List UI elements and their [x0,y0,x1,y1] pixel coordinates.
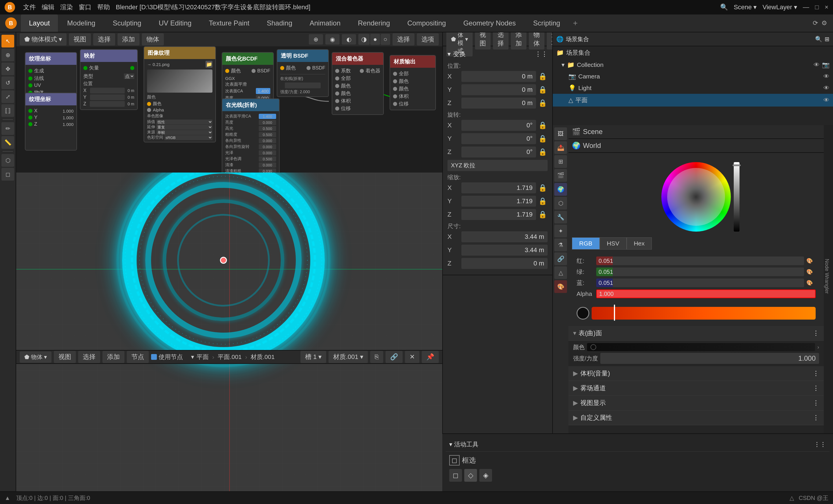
refract-value[interactable] [285,82,321,88]
slot-selector[interactable]: 槽 1 ▾ [301,351,326,363]
red-picker-icon[interactable]: 🎨 [806,258,816,264]
red-bar[interactable]: 0.051 [596,257,804,265]
activity-icon-3[interactable]: ◈ [479,469,492,482]
rot-y-value[interactable]: 0° [461,133,536,144]
dim-y-value[interactable]: 3.44 m [461,245,548,256]
map-y[interactable] [90,94,125,100]
scale-tool-btn[interactable]: ⤢ [1,90,14,103]
tab-modeling[interactable]: Modeling [59,15,103,32]
green-picker-icon[interactable]: 🎨 [806,269,816,275]
filter-icon[interactable]: 🔍 [815,35,822,43]
node-params-long[interactable]: 在光线(折射) 次表面平滑CA1.400 亮度0.000 高光0.500 粗糙度… [222,98,280,172]
brightness-handle[interactable] [733,164,741,166]
gradient-pointer[interactable] [614,305,615,321]
scene-props-icon[interactable]: 🎬 [554,169,567,182]
socket-mix-s3[interactable] [335,92,339,96]
socket-out-vol[interactable] [393,79,397,83]
rendered-shading[interactable]: ○ [381,34,390,45]
map-x[interactable] [90,88,125,94]
ne-view-menu[interactable]: 视图 [54,351,76,363]
tab-animation[interactable]: Animation [302,15,349,32]
mode-selector[interactable]: ⬟ 物体模式 ▾ [20,33,67,45]
intensity-value[interactable]: 1.000 [600,353,819,364]
surface-section[interactable]: ▾ 表(曲)面 ⋮ [568,326,824,341]
ne-add-menu[interactable]: 添加 [102,351,124,363]
material-selector[interactable]: 材质.001 ▾ [329,351,368,363]
menu-file[interactable]: 文件 [23,3,36,11]
interpolation-select[interactable]: 线性 [156,120,212,124]
add-cube-btn[interactable]: ⬡ [1,154,14,167]
tab-rendering[interactable]: Rendering [350,15,398,32]
pos-z-value[interactable]: 0 m [461,98,536,109]
color-swatch[interactable] [576,307,589,319]
tab-texture-paint[interactable]: Texture Paint [201,15,258,32]
use-nodes-toggle[interactable]: 使用节点 [151,353,183,361]
scale-x-value[interactable]: 1.719 [461,183,536,193]
rot-mode-selector[interactable]: XYZ 欧拉 [448,160,548,171]
scale-y-value[interactable]: 1.719 [461,196,536,207]
transform-tool-btn[interactable]: ⟦⟧ [1,104,14,117]
pos-y-lock[interactable]: 🔒 [538,86,548,94]
cp-options[interactable]: ⋮ [813,414,819,422]
img-browse-btn[interactable]: 📁 [206,61,212,68]
hex-tab[interactable]: Hex [627,237,652,249]
rot-x-value[interactable]: 0° [461,120,536,131]
blue-picker-icon[interactable]: 🎨 [806,280,816,286]
activity-icon-1[interactable]: ◻ [449,469,462,482]
close-btn[interactable]: × [825,3,828,11]
light-eye-icon[interactable]: 👁 [824,85,830,92]
tab-compositing[interactable]: Compositing [399,15,454,32]
socket-mix-color[interactable] [280,66,284,70]
param-spec[interactable]: 0.500 [259,126,276,131]
annotate-tool-btn[interactable]: ✏ [1,122,14,135]
outliner-plane[interactable]: △ 平面 👁 [553,94,833,106]
vd-options[interactable]: ⋮ [813,399,819,407]
transform-options[interactable]: ⋮⋮ [535,50,548,58]
tab-shading[interactable]: Shading [259,15,301,32]
socket-generated[interactable] [28,69,32,73]
collection-eye-icon[interactable]: 👁 [814,62,820,68]
add-plane-btn[interactable]: ◻ [1,168,14,181]
constraints-props-icon[interactable]: 🔗 [554,253,567,265]
pos-x-value[interactable]: 0 m [461,71,536,82]
menu-help[interactable]: 帮助 [97,3,110,11]
viewlayer-selector[interactable]: ViewLayer ▾ [762,3,797,11]
modifier-props-icon[interactable]: 🔧 [554,211,567,223]
socket-ll1[interactable] [28,109,32,113]
color-gradient-bar[interactable] [592,307,816,319]
socket-out-surface[interactable] [393,72,397,76]
map-type-select[interactable]: 点 [124,74,134,79]
rot-x-lock[interactable]: 🔒 [538,121,548,129]
tab-geometry-nodes[interactable]: Geometry Nodes [455,15,524,32]
minimize-btn[interactable]: — [803,3,809,11]
fog-section[interactable]: ▶ 雾场通道 ⋮ [568,381,824,396]
socket-img-alpha[interactable] [147,108,151,112]
select-mode-btn[interactable]: 选择 [392,33,414,45]
ne-copy-btn[interactable]: ⎘ [370,351,383,363]
xray-toggle[interactable]: ◐ [342,34,356,45]
param-aniso[interactable]: 0.000 [259,138,276,143]
tab-scripting[interactable]: Scripting [525,15,568,32]
viewport-add-menu[interactable]: 添加 [118,33,140,45]
param-stint[interactable]: 0.500 [259,156,276,162]
pos-x-lock[interactable]: 🔒 [538,72,548,80]
rgb-tab[interactable]: RGB [572,237,600,249]
solid-shading[interactable]: ◑ [358,34,370,45]
world-color-arrow[interactable]: › [817,344,819,350]
node-image-texture[interactable]: 图像纹理 → 0.21.png 📁 颜色 颜色 Alpha [144,46,216,142]
world-props-icon[interactable]: 🌍 [554,183,567,196]
menu-window[interactable]: 窗口 [79,3,92,11]
outliner-search[interactable]: 🔍 ⊞ [815,35,830,43]
socket-uv[interactable] [28,83,32,88]
material-shading[interactable]: ● [370,34,380,45]
material-props-icon[interactable]: 🎨 [554,280,567,293]
volume-section[interactable]: ▶ 体积(音量) ⋮ [568,366,824,381]
map-z[interactable] [90,101,125,107]
param-bright[interactable]: 0.000 [259,120,276,125]
scale-z-value[interactable]: 1.719 [461,209,536,220]
surface-options[interactable]: ⋮ [813,330,819,337]
socket-map-in[interactable] [84,66,88,70]
particles-props-icon[interactable]: ✦ [554,225,567,237]
node-mix-shader[interactable]: 混合着色器 系数着色器 全部 颜色 颜色 体积 位移 [332,52,384,115]
socket-col-in[interactable] [225,69,229,73]
